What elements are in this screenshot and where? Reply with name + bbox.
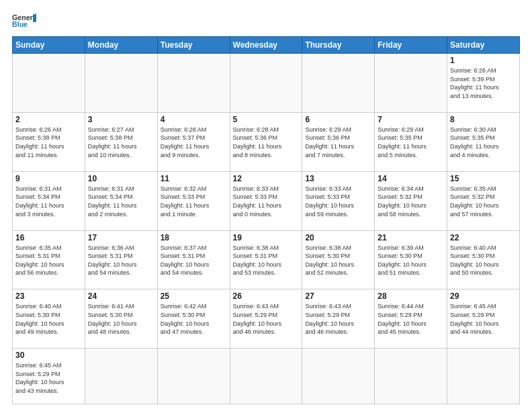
calendar-table: SundayMondayTuesdayWednesdayThursdayFrid…	[12, 36, 520, 404]
calendar-cell: 30Sunrise: 6:45 AM Sunset: 5:29 PM Dayli…	[13, 349, 85, 404]
calendar-cell	[447, 349, 520, 404]
day-info: Sunrise: 6:38 AM Sunset: 5:31 PM Dayligh…	[233, 244, 300, 277]
calendar-cell	[157, 349, 230, 404]
calendar-cell	[85, 349, 157, 404]
day-number: 13	[305, 174, 371, 183]
day-info: Sunrise: 6:35 AM Sunset: 5:32 PM Dayligh…	[450, 185, 517, 218]
day-number: 2	[15, 115, 82, 124]
calendar-week-row: 30Sunrise: 6:45 AM Sunset: 5:29 PM Dayli…	[13, 349, 520, 404]
weekday-header-row: SundayMondayTuesdayWednesdayThursdayFrid…	[13, 37, 520, 54]
calendar-cell: 25Sunrise: 6:42 AM Sunset: 5:30 PM Dayli…	[157, 289, 230, 349]
day-number: 28	[378, 291, 444, 301]
weekday-header-wednesday: Wednesday	[230, 37, 302, 54]
day-number: 9	[15, 174, 82, 183]
day-info: Sunrise: 6:41 AM Sunset: 5:30 PM Dayligh…	[88, 302, 154, 336]
day-info: Sunrise: 6:33 AM Sunset: 5:33 PM Dayligh…	[305, 185, 371, 218]
calendar-cell: 28Sunrise: 6:44 AM Sunset: 5:29 PM Dayli…	[375, 289, 447, 349]
weekday-header-friday: Friday	[375, 37, 447, 54]
day-info: Sunrise: 6:32 AM Sunset: 5:33 PM Dayligh…	[161, 185, 227, 218]
day-info: Sunrise: 6:35 AM Sunset: 5:31 PM Dayligh…	[15, 244, 82, 277]
page: General Blue SundayMondayTuesdayWednesda…	[0, 0, 532, 411]
calendar-cell: 12Sunrise: 6:33 AM Sunset: 5:33 PM Dayli…	[230, 171, 302, 230]
calendar-cell	[302, 54, 375, 113]
day-number: 17	[88, 233, 154, 242]
day-number: 26	[233, 291, 300, 301]
calendar-cell: 23Sunrise: 6:40 AM Sunset: 5:30 PM Dayli…	[13, 289, 85, 349]
calendar-week-row: 23Sunrise: 6:40 AM Sunset: 5:30 PM Dayli…	[13, 289, 520, 349]
calendar-cell: 19Sunrise: 6:38 AM Sunset: 5:31 PM Dayli…	[230, 230, 302, 289]
day-info: Sunrise: 6:27 AM Sunset: 5:38 PM Dayligh…	[88, 126, 154, 159]
day-info: Sunrise: 6:39 AM Sunset: 5:30 PM Dayligh…	[378, 244, 444, 277]
calendar-cell: 7Sunrise: 6:29 AM Sunset: 5:35 PM Daylig…	[375, 112, 447, 171]
calendar-cell: 27Sunrise: 6:43 AM Sunset: 5:29 PM Dayli…	[302, 289, 375, 349]
calendar-cell: 18Sunrise: 6:37 AM Sunset: 5:31 PM Dayli…	[157, 230, 230, 289]
calendar-cell: 17Sunrise: 6:36 AM Sunset: 5:31 PM Dayli…	[85, 230, 157, 289]
day-info: Sunrise: 6:34 AM Sunset: 5:32 PM Dayligh…	[378, 185, 444, 218]
day-number: 25	[161, 291, 227, 301]
calendar-cell: 15Sunrise: 6:35 AM Sunset: 5:32 PM Dayli…	[447, 171, 520, 230]
day-info: Sunrise: 6:31 AM Sunset: 5:34 PM Dayligh…	[88, 185, 154, 218]
calendar-cell: 3Sunrise: 6:27 AM Sunset: 5:38 PM Daylig…	[85, 112, 157, 171]
day-number: 23	[15, 291, 82, 301]
day-info: Sunrise: 6:45 AM Sunset: 5:29 PM Dayligh…	[15, 361, 82, 395]
day-info: Sunrise: 6:33 AM Sunset: 5:33 PM Dayligh…	[233, 185, 300, 218]
weekday-header-thursday: Thursday	[302, 37, 375, 54]
calendar-cell	[13, 54, 85, 113]
day-info: Sunrise: 6:26 AM Sunset: 5:39 PM Dayligh…	[450, 66, 517, 100]
day-number: 12	[233, 174, 300, 183]
calendar-week-row: 1Sunrise: 6:26 AM Sunset: 5:39 PM Daylig…	[13, 54, 520, 113]
calendar-cell: 20Sunrise: 6:38 AM Sunset: 5:30 PM Dayli…	[302, 230, 375, 289]
day-info: Sunrise: 6:44 AM Sunset: 5:29 PM Dayligh…	[378, 302, 444, 336]
day-number: 6	[305, 115, 371, 124]
calendar-cell	[302, 349, 375, 404]
calendar-cell: 4Sunrise: 6:28 AM Sunset: 5:37 PM Daylig…	[157, 112, 230, 171]
calendar-week-row: 2Sunrise: 6:26 AM Sunset: 5:38 PM Daylig…	[13, 112, 520, 171]
weekday-header-sunday: Sunday	[13, 37, 85, 54]
day-number: 10	[88, 174, 154, 183]
day-number: 22	[450, 233, 517, 242]
weekday-header-saturday: Saturday	[447, 37, 520, 54]
day-number: 8	[450, 115, 517, 124]
calendar-cell: 5Sunrise: 6:28 AM Sunset: 5:36 PM Daylig…	[230, 112, 302, 171]
day-info: Sunrise: 6:43 AM Sunset: 5:29 PM Dayligh…	[233, 302, 300, 336]
calendar-cell	[375, 349, 447, 404]
day-number: 19	[233, 233, 300, 242]
logo: General Blue	[12, 12, 36, 31]
calendar-cell: 29Sunrise: 6:45 AM Sunset: 5:29 PM Dayli…	[447, 289, 520, 349]
day-number: 11	[161, 174, 227, 183]
day-info: Sunrise: 6:30 AM Sunset: 5:35 PM Dayligh…	[450, 126, 517, 159]
day-number: 29	[450, 291, 517, 301]
day-info: Sunrise: 6:28 AM Sunset: 5:36 PM Dayligh…	[233, 126, 300, 159]
calendar-cell: 8Sunrise: 6:30 AM Sunset: 5:35 PM Daylig…	[447, 112, 520, 171]
day-info: Sunrise: 6:26 AM Sunset: 5:38 PM Dayligh…	[15, 126, 82, 159]
day-info: Sunrise: 6:43 AM Sunset: 5:29 PM Dayligh…	[305, 302, 371, 336]
day-number: 27	[305, 291, 371, 301]
day-number: 1	[450, 56, 517, 65]
weekday-header-monday: Monday	[85, 37, 157, 54]
day-number: 3	[88, 115, 154, 124]
calendar-cell	[375, 54, 447, 113]
calendar-cell: 10Sunrise: 6:31 AM Sunset: 5:34 PM Dayli…	[85, 171, 157, 230]
calendar-cell: 22Sunrise: 6:40 AM Sunset: 5:30 PM Dayli…	[447, 230, 520, 289]
day-number: 21	[378, 233, 444, 242]
calendar-cell: 14Sunrise: 6:34 AM Sunset: 5:32 PM Dayli…	[375, 171, 447, 230]
generalblue-logo-icon: General Blue	[12, 12, 36, 31]
calendar-cell	[85, 54, 157, 113]
day-info: Sunrise: 6:45 AM Sunset: 5:29 PM Dayligh…	[450, 302, 517, 336]
day-number: 4	[161, 115, 227, 124]
header: General Blue	[12, 12, 520, 31]
calendar-cell: 2Sunrise: 6:26 AM Sunset: 5:38 PM Daylig…	[13, 112, 85, 171]
calendar-cell: 26Sunrise: 6:43 AM Sunset: 5:29 PM Dayli…	[230, 289, 302, 349]
day-info: Sunrise: 6:38 AM Sunset: 5:30 PM Dayligh…	[305, 244, 371, 277]
calendar-cell: 9Sunrise: 6:31 AM Sunset: 5:34 PM Daylig…	[13, 171, 85, 230]
svg-text:Blue: Blue	[12, 20, 28, 28]
day-info: Sunrise: 6:29 AM Sunset: 5:35 PM Dayligh…	[378, 126, 444, 159]
calendar-cell: 24Sunrise: 6:41 AM Sunset: 5:30 PM Dayli…	[85, 289, 157, 349]
calendar-cell: 21Sunrise: 6:39 AM Sunset: 5:30 PM Dayli…	[375, 230, 447, 289]
calendar-cell: 11Sunrise: 6:32 AM Sunset: 5:33 PM Dayli…	[157, 171, 230, 230]
day-number: 30	[15, 351, 82, 360]
calendar-cell: 13Sunrise: 6:33 AM Sunset: 5:33 PM Dayli…	[302, 171, 375, 230]
day-info: Sunrise: 6:28 AM Sunset: 5:37 PM Dayligh…	[161, 126, 227, 159]
calendar-week-row: 16Sunrise: 6:35 AM Sunset: 5:31 PM Dayli…	[13, 230, 520, 289]
day-info: Sunrise: 6:42 AM Sunset: 5:30 PM Dayligh…	[161, 302, 227, 336]
